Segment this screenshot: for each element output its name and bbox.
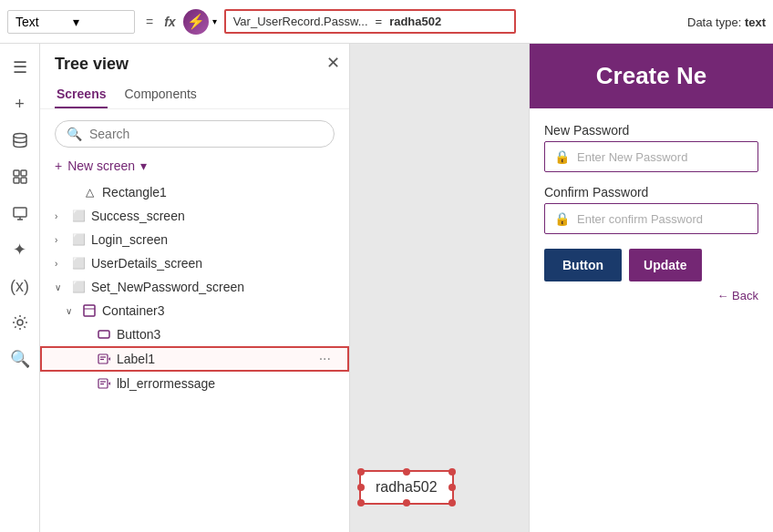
new-password-label: New Password — [544, 123, 758, 138]
fx-icon: fx — [164, 15, 175, 29]
item-label: Rectangle1 — [102, 185, 335, 200]
tree-item-label1[interactable]: Label1 ··· — [40, 346, 349, 372]
chevron-icon: ∨ — [66, 306, 77, 316]
data-type-area: Data type: text — [687, 14, 766, 30]
context-menu-button[interactable]: ··· — [315, 351, 335, 367]
variables-x-icon[interactable]: (x) — [4, 270, 36, 302]
dropdown-label: Text — [15, 15, 69, 29]
back-link[interactable]: ← Back — [544, 289, 758, 302]
item-label: Label1 — [117, 352, 310, 366]
close-panel-button[interactable]: ✕ — [326, 53, 340, 73]
value-box: radha502 — [359, 470, 454, 505]
chevron-icon: › — [55, 211, 66, 221]
element-type-dropdown[interactable]: Text ▾ — [7, 10, 135, 34]
screens-icon[interactable] — [4, 197, 36, 230]
confirm-password-placeholder: Enter confirm Password — [577, 212, 703, 226]
equals-sign: = — [142, 15, 157, 29]
item-label: Container3 — [102, 303, 335, 318]
variables-icon[interactable]: ✦ — [4, 233, 36, 266]
form-panel: Create Ne New Password 🔒 Enter New Passw… — [529, 44, 773, 532]
formula-bar[interactable]: Var_UserRecord.Passw... = radha502 — [224, 9, 516, 34]
add-icon[interactable]: + — [4, 87, 36, 120]
chevron-icon: › — [55, 235, 66, 245]
tree-item-userdetails-screen[interactable]: › ⬜ UserDetails_screen — [40, 251, 349, 275]
resize-handle-tr[interactable] — [448, 468, 456, 476]
tree-item-login-screen[interactable]: › ⬜ Login_screen — [40, 228, 349, 251]
insert-icon[interactable] — [4, 160, 36, 193]
tree-items: △ Rectangle1 › ⬜ Success_screen › ⬜ Logi… — [40, 180, 349, 532]
tree-item-success-screen[interactable]: › ⬜ Success_screen — [40, 204, 349, 228]
screen-icon: ⬜ — [71, 280, 86, 294]
svg-rect-1 — [14, 170, 19, 176]
app-logo-area: ⚡ ▾ — [183, 9, 217, 35]
resize-handle-bl[interactable] — [357, 499, 365, 506]
new-password-field: New Password 🔒 Enter New Password — [544, 123, 758, 172]
form-header: Create Ne — [530, 44, 773, 108]
resize-handle-bc[interactable] — [403, 499, 410, 506]
item-label: lbl_errormessage — [117, 376, 335, 391]
tab-components[interactable]: Components — [122, 81, 198, 108]
value-display: radha502 — [376, 479, 438, 495]
container-icon — [82, 303, 97, 318]
confirm-password-field: Confirm Password 🔒 Enter confirm Passwor… — [544, 185, 758, 234]
label-icon — [97, 352, 111, 366]
screen-icon: ⬜ — [71, 209, 86, 223]
tree-item-button3[interactable]: Button3 — [40, 322, 349, 346]
svg-rect-5 — [14, 208, 26, 217]
screen-icon: ⬜ — [71, 256, 86, 271]
svg-point-0 — [14, 134, 26, 138]
search-box-icon: 🔍 — [67, 127, 82, 141]
resize-handle-tc[interactable] — [403, 468, 410, 476]
new-screen-chevron-icon: ▾ — [140, 159, 147, 173]
power-apps-logo: ⚡ — [183, 9, 209, 35]
chevron-icon: ∨ — [55, 282, 66, 292]
search-box: 🔍 — [55, 120, 335, 148]
svg-rect-11 — [98, 331, 109, 338]
tab-screens[interactable]: Screens — [55, 81, 108, 108]
canvas-inner: Create Ne New Password 🔒 Enter New Passw… — [350, 44, 773, 532]
new-password-input[interactable]: 🔒 Enter New Password — [544, 141, 758, 172]
data-type-label: Data type: text — [687, 15, 766, 29]
formula-equals: = — [376, 15, 383, 28]
tree-item-setnewpassword-screen[interactable]: ∨ ⬜ Set_NewPassword_screen — [40, 275, 349, 299]
lock-icon: 🔒 — [554, 149, 570, 164]
resize-handle-ml[interactable] — [357, 484, 365, 491]
hamburger-menu-icon[interactable]: ☰ — [4, 51, 36, 84]
new-screen-label: New screen — [67, 159, 135, 173]
tree-item-rectangle1[interactable]: △ Rectangle1 — [40, 180, 349, 204]
update-button[interactable]: Update — [629, 249, 701, 281]
button3-button[interactable]: Button — [544, 249, 622, 281]
tree-item-container3[interactable]: ∨ Container3 — [40, 299, 349, 322]
search-input[interactable] — [89, 127, 323, 141]
resize-handle-br[interactable] — [448, 499, 456, 506]
main-content: ☰ + ✦ (x) — [0, 44, 773, 532]
data-icon[interactable] — [4, 124, 36, 157]
triangle-icon: △ — [82, 185, 97, 200]
chevron-icon: › — [55, 259, 66, 269]
confirm-password-input[interactable]: 🔒 Enter confirm Password — [544, 203, 758, 234]
resize-handle-mr[interactable] — [448, 484, 456, 491]
formula-value: radha502 — [389, 15, 441, 28]
search-icon[interactable]: 🔍 — [4, 343, 36, 375]
tree-panel: Tree view ✕ Screens Components 🔍 + New s… — [40, 44, 350, 532]
tree-tabs: Screens Components — [40, 81, 349, 109]
top-bar: Text ▾ = fx ⚡ ▾ Var_UserRecord.Passw... … — [0, 0, 773, 44]
formula-text: Var_UserRecord.Passw... — [233, 15, 368, 28]
item-label: Set_NewPassword_screen — [91, 280, 335, 294]
label-icon — [97, 376, 111, 391]
confirm-password-label: Confirm Password — [544, 185, 758, 200]
settings-icon[interactable] — [4, 306, 36, 339]
canvas-area: Create Ne New Password 🔒 Enter New Passw… — [350, 44, 773, 532]
form-buttons: Button Update — [544, 249, 758, 281]
lock-icon: 🔒 — [554, 211, 570, 226]
svg-rect-4 — [21, 178, 26, 183]
resize-handle-tl[interactable] — [357, 468, 365, 476]
button-icon — [97, 327, 111, 342]
svg-rect-2 — [21, 170, 26, 176]
sidebar-icons: ☰ + ✦ (x) — [0, 44, 40, 532]
new-screen-button[interactable]: + New screen ▾ — [40, 155, 349, 180]
svg-rect-3 — [14, 178, 19, 183]
tree-item-lbl-errormessage[interactable]: lbl_errormessage — [40, 372, 349, 395]
svg-point-8 — [17, 320, 23, 325]
item-label: Button3 — [117, 327, 335, 342]
